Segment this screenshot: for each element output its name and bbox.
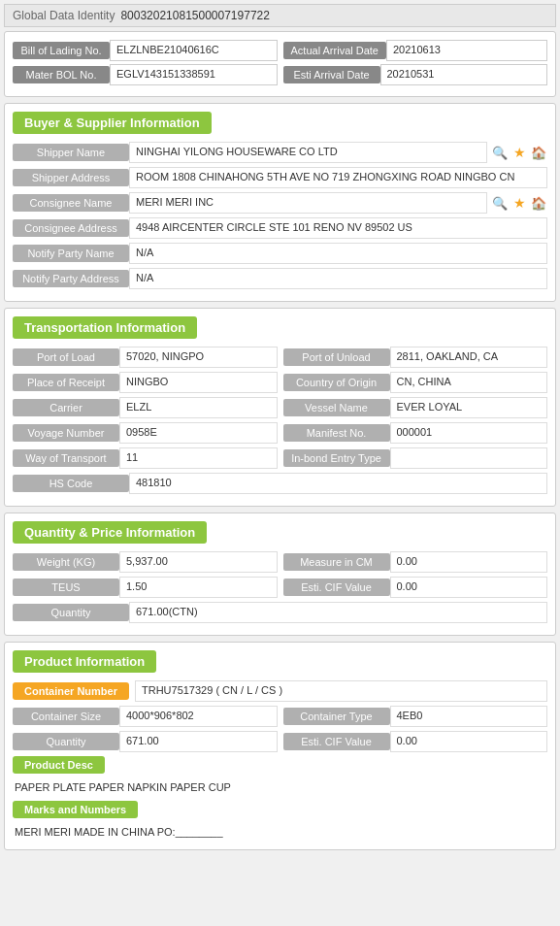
consignee-name-label: Consignee Name [13, 194, 129, 212]
manifest-label: Manifest No. [283, 424, 390, 442]
buyer-supplier-section: Buyer & Supplier Information Shipper Nam… [4, 103, 556, 302]
measure-value: 0.00 [390, 551, 548, 573]
identity-label: Global Data Identity [13, 9, 115, 22]
shipper-name-row: Shipper Name NINGHAI YILONG HOUSEWARE CO… [13, 142, 547, 163]
transport-row-2: Carrier ELZL Vessel Name EVER LOYAL [13, 397, 547, 418]
notify-party-name-row: Notify Party Name N/A [13, 243, 547, 264]
transport-row-0: Port of Load 57020, NINGPO Port of Unloa… [13, 347, 547, 368]
notify-party-name-label: Notify Party Name [13, 245, 129, 262]
consignee-address-label: Consignee Address [13, 219, 129, 237]
shipper-address-value: ROOM 1808 CHINAHONG 5TH AVE NO 719 ZHONG… [129, 167, 547, 188]
hs-code-row: HS Code 481810 [13, 473, 547, 494]
place-receipt-label: Place of Receipt [13, 374, 119, 391]
consignee-name-value-group: MERI MERI INC 🔍 ★ 🏠 [129, 192, 547, 214]
top-row-1: Bill of Lading No. ELZLNBE21040616C Actu… [13, 40, 547, 61]
inbond-value [390, 447, 548, 469]
product-section: Product Information Container Number TRH… [4, 642, 556, 850]
country-origin-label: Country of Origin [283, 374, 390, 391]
product-quantity-value: 671.00 [119, 731, 278, 752]
notify-party-name-value: N/A [129, 243, 547, 264]
shipper-star-icon[interactable]: ★ [511, 144, 528, 161]
container-size-value: 4000*906*802 [119, 706, 278, 727]
transport-row-4: Way of Transport 11 In-bond Entry Type [13, 447, 547, 469]
shipper-name-value-group: NINGHAI YILONG HOUSEWARE CO LTD 🔍 ★ 🏠 [129, 142, 547, 163]
weight-label: Weight (KG) [13, 553, 119, 571]
transport-row-3: Voyage Number 0958E Manifest No. 000001 [13, 422, 547, 444]
notify-party-address-value: N/A [129, 268, 547, 289]
quantity-price-section: Quantity & Price Information Weight (KG)… [4, 513, 556, 636]
voyage-col: Voyage Number 0958E [13, 422, 278, 444]
shipper-home-icon[interactable]: 🏠 [530, 144, 547, 161]
marks-numbers-btn-row: Marks and Numbers [13, 801, 547, 818]
buyer-supplier-header: Buyer & Supplier Information [13, 112, 212, 134]
transportation-header: Transportation Information [13, 316, 197, 339]
port-unload-value: 2811, OAKLAND, CA [390, 347, 548, 368]
hs-code-value: 481810 [129, 473, 547, 494]
notify-party-address-label: Notify Party Address [13, 270, 129, 287]
port-load-col: Port of Load 57020, NINGPO [13, 347, 278, 368]
country-origin-value: CN, CHINA [390, 372, 548, 393]
quantity-price-header: Quantity & Price Information [13, 521, 207, 544]
mater-bol-label: Mater BOL No. [13, 66, 110, 83]
shipper-icons: 🔍 ★ 🏠 [491, 144, 547, 161]
mater-bol-value: EGLV143151338591 [110, 64, 278, 85]
container-size-col: Container Size 4000*906*802 [13, 706, 278, 727]
quantity-single-row: Quantity 671.00(CTN) [13, 602, 547, 623]
quantity-value: 671.00(CTN) [129, 602, 547, 623]
vessel-name-col: Vessel Name EVER LOYAL [283, 397, 548, 418]
product-cif-value: 0.00 [390, 731, 548, 752]
measure-col: Measure in CM 0.00 [283, 551, 548, 573]
quantity-label: Quantity [13, 604, 129, 621]
voyage-label: Voyage Number [13, 424, 119, 442]
consignee-star-icon[interactable]: ★ [511, 194, 528, 212]
voyage-value: 0958E [119, 422, 278, 444]
product-desc-text: PAPER PLATE PAPER NAPKIN PAPER CUP [13, 777, 547, 797]
consignee-home-icon[interactable]: 🏠 [530, 194, 547, 212]
notify-party-address-row: Notify Party Address N/A [13, 268, 547, 289]
top-fields-section: Bill of Lading No. ELZLNBE21040616C Actu… [4, 31, 556, 97]
bill-lading-value: ELZLNBE21040616C [110, 40, 278, 61]
shipper-search-icon[interactable]: 🔍 [491, 144, 509, 161]
port-load-value: 57020, NINGPO [119, 347, 278, 368]
port-unload-col: Port of Unload 2811, OAKLAND, CA [283, 347, 548, 368]
esti-cif-label: Esti. CIF Value [283, 579, 390, 596]
marks-numbers-button[interactable]: Marks and Numbers [13, 801, 138, 818]
product-cif-label: Esti. CIF Value [283, 733, 390, 750]
carrier-value: ELZL [119, 397, 278, 418]
shipper-name-value: NINGHAI YILONG HOUSEWARE CO LTD [129, 142, 487, 163]
transportation-section: Transportation Information Port of Load … [4, 308, 556, 507]
vessel-name-value: EVER LOYAL [390, 397, 548, 418]
product-desc-btn-row: Product Desc [13, 756, 547, 774]
inbond-col: In-bond Entry Type [283, 447, 548, 469]
esti-arrival-value: 20210531 [380, 64, 548, 85]
container-type-col: Container Type 4EB0 [283, 706, 548, 727]
esti-arrival-label: Esti Arrival Date [283, 66, 380, 83]
esti-arrival-field: Esti Arrival Date 20210531 [283, 64, 548, 85]
product-desc-button[interactable]: Product Desc [13, 756, 105, 774]
transport-row-1: Place of Receipt NINGBO Country of Origi… [13, 372, 547, 393]
bill-lading-field: Bill of Lading No. ELZLNBE21040616C [13, 40, 278, 61]
consignee-search-icon[interactable]: 🔍 [491, 194, 509, 212]
page-wrapper: Global Data Identity 8003202108150000719… [0, 0, 560, 860]
identity-value: 80032021081500007197722 [120, 9, 270, 22]
container-number-button[interactable]: Container Number [13, 682, 129, 700]
esti-cif-col: Esti. CIF Value 0.00 [283, 577, 548, 598]
qty-row-1: TEUS 1.50 Esti. CIF Value 0.00 [13, 577, 547, 598]
shipper-address-row: Shipper Address ROOM 1808 CHINAHONG 5TH … [13, 167, 547, 188]
top-row-2: Mater BOL No. EGLV143151338591 Esti Arri… [13, 64, 547, 85]
actual-arrival-value: 20210613 [386, 40, 547, 61]
product-row-0: Container Size 4000*906*802 Container Ty… [13, 706, 547, 727]
container-number-value: TRHU7517329 ( CN / L / CS ) [135, 680, 547, 702]
shipper-name-label: Shipper Name [13, 144, 129, 161]
qty-row-0: Weight (KG) 5,937.00 Measure in CM 0.00 [13, 551, 547, 573]
manifest-col: Manifest No. 000001 [283, 422, 548, 444]
port-load-label: Port of Load [13, 348, 119, 366]
teus-value: 1.50 [119, 577, 278, 598]
inbond-label: In-bond Entry Type [283, 449, 390, 467]
measure-label: Measure in CM [283, 553, 390, 571]
place-receipt-col: Place of Receipt NINGBO [13, 372, 278, 393]
actual-arrival-field: Actual Arrival Date 20210613 [283, 40, 548, 61]
consignee-name-value: MERI MERI INC [129, 192, 487, 214]
teus-label: TEUS [13, 579, 119, 596]
consignee-name-row: Consignee Name MERI MERI INC 🔍 ★ 🏠 [13, 192, 547, 214]
